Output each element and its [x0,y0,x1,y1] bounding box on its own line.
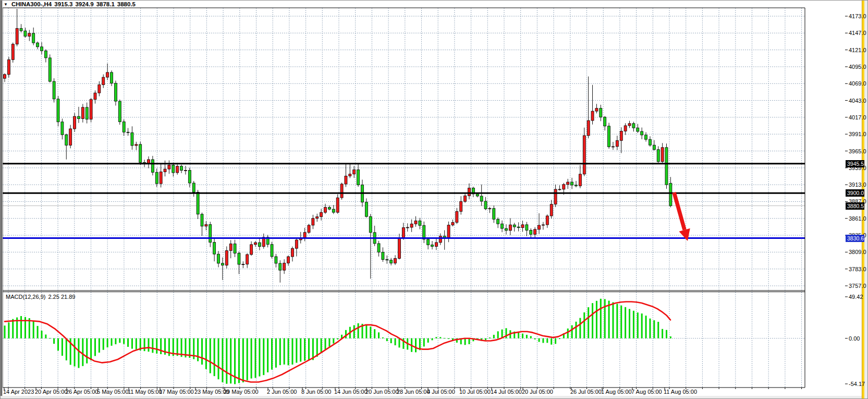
price-tick-label: 4069.0 [849,80,868,87]
macd-histogram-bar [33,321,34,338]
chart-window: ▼CHINA300-,H43915.33924.93878.13880.5 MA… [0,0,868,399]
macd-histogram-bar [254,338,256,378]
macd-histogram-bar [37,326,39,338]
macd-histogram-bar [127,338,129,347]
candle [534,229,536,234]
macd-histogram-bar [115,338,116,344]
macd-histogram-bar [82,338,83,366]
trend-arrow[interactable] [674,192,684,230]
macd-histogram-bar [177,338,178,356]
candle [402,227,405,238]
candle [36,43,39,47]
macd-axis-min-label: -54.17 [849,381,868,387]
candle [192,183,195,192]
candle [250,245,253,255]
macd-histogram-bar [45,334,46,338]
candle [336,198,339,212]
candle [11,44,14,60]
price-tick-label: 4121.0 [849,47,868,53]
candle [111,72,113,83]
macd-histogram-bar [230,338,231,384]
macd-histogram-bar [530,336,532,338]
macd-histogram-bar [90,338,92,360]
macd-histogram-bar [435,337,437,338]
macd-histogram-bar [612,302,614,338]
date-label: 20 Apr 05:00 [35,389,67,395]
macd-histogram-bar [625,307,626,338]
candle [591,111,594,120]
macd-histogram-bar [555,338,556,344]
price-badge: 3880.5 [846,202,864,210]
macd-histogram-bar [62,338,63,356]
candle [4,75,6,78]
candle [353,170,356,174]
macd-histogram-bar [279,338,281,365]
candle [645,135,647,139]
trend-arrow-head[interactable] [679,228,690,241]
date-label: 28 Jun 05:00 [397,389,430,395]
candle [661,148,664,162]
candle [184,170,187,171]
macd-histogram-bar [662,329,663,338]
macd-histogram-bar [395,338,396,345]
candle [209,224,212,242]
price-tick-label: 3783.0 [849,266,868,272]
macd-histogram-bar [197,338,199,361]
candle [517,227,520,227]
macd-histogram-bar [205,338,207,369]
quote-low: 3878.1 [96,1,115,7]
candle [398,238,400,259]
candle [480,196,483,201]
candle [258,243,261,247]
macd-histogram-bar [649,319,651,338]
candle [242,264,244,265]
candle [312,219,314,225]
candle [616,140,618,147]
chart-canvas[interactable] [1,1,868,399]
macd-histogram-bar [119,338,120,343]
candle [377,244,380,252]
macd-histogram-bar [148,338,149,352]
macd-histogram-bar [4,325,6,338]
macd-histogram-bar [103,338,104,350]
macd-histogram-bar [583,312,585,338]
candle [563,185,565,189]
macd-histogram-bar [432,338,433,341]
candle [176,166,179,173]
candle [271,245,273,257]
macd-histogram-bar [600,299,602,338]
quote-high: 3924.9 [75,1,93,7]
macd-histogram-bar [518,332,519,338]
macd-histogram-bar [596,301,597,338]
macd-histogram-bar [629,309,630,338]
macd-histogram-bar [123,338,125,344]
macd-histogram-bar [448,338,449,339]
quote-open: 3915.3 [54,1,72,7]
candle [57,99,59,122]
macd-histogram-bar [136,338,137,349]
price-badge: 3900.0 [846,189,864,197]
macd-histogram-bar [247,338,248,381]
candle [279,263,282,270]
macd-histogram-bar [304,338,305,361]
candle [632,124,635,128]
candle [595,108,598,112]
price-badge: 3945.5 [846,160,864,167]
candle [484,201,487,209]
candle [406,227,409,228]
candle [571,182,573,185]
price-tick-label: 4173.0 [849,13,868,19]
price-tick-label: 4147.0 [849,30,868,36]
candle [65,135,68,145]
macd-histogram-bar [251,338,252,379]
symbol-dropdown-icon[interactable]: ▼ [4,2,8,7]
candle [188,170,191,183]
macd-histogram-bar [439,337,441,338]
candle [151,160,154,172]
macd-histogram-bar [222,338,223,382]
date-label: 7 Aug 05:00 [631,389,662,395]
candle [7,59,10,74]
candle [423,225,425,239]
macd-histogram-bar [275,338,277,368]
date-label: 20 Jul 05:00 [522,389,553,395]
